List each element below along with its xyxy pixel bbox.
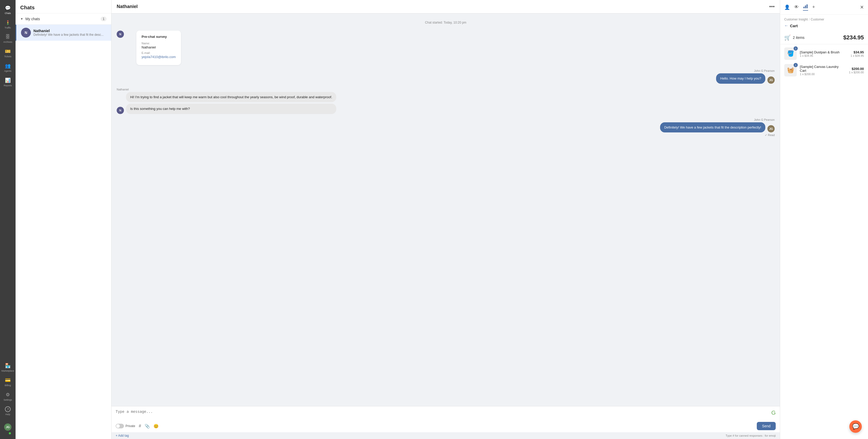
survey-title: Pre-chat survey (142, 35, 176, 39)
footer-hint: Type # for canned responses : for emoji (726, 434, 776, 437)
message-input[interactable] (116, 409, 769, 420)
sidebar-item-reports[interactable]: 📊 Reports (0, 75, 16, 89)
more-options-icon[interactable]: ••• (769, 4, 775, 9)
message-row: John G Pearson JG Hello. How may I help … (716, 69, 775, 84)
hashtag-icon[interactable]: # (139, 424, 141, 428)
sidebar-item-label: Traffic (5, 26, 11, 29)
cart-items-count: 2 items (793, 35, 804, 40)
price-main: $200.00 (849, 67, 864, 71)
reports-icon: 📊 (5, 77, 11, 83)
nathaniel-avatar: N (117, 31, 124, 38)
chat-list-item[interactable]: N Nathaniel Definitely! We have a few ja… (16, 25, 111, 41)
item-badge: 1 (794, 63, 798, 67)
sidebar-item-tickets[interactable]: 🎫 Tickets (0, 46, 16, 60)
cart-item-price: $34.95 1 x $34.95 (850, 50, 864, 57)
cart-item-qty: 1 x $34.95 (800, 54, 847, 57)
sidebar-item-settings[interactable]: ⚙ Settings (0, 389, 16, 404)
cart-item-info: [Sample] Canvas Laundry Cart 1 x $200.00 (800, 65, 846, 76)
message-bubble: Is this something you can help me with? (126, 104, 336, 114)
eye-icon[interactable]: 👁 (794, 4, 799, 10)
agents-icon: 👥 (5, 63, 11, 69)
cart-item-name: [Sample] Canvas Laundry Cart (800, 65, 846, 72)
cart-icon: 🛒 (784, 34, 791, 41)
svg-rect-0 (803, 7, 804, 8)
emoji-icon[interactable]: 😊 (153, 424, 159, 429)
sidebar-item-marketplace[interactable]: 🏪 Marketplace (0, 360, 16, 375)
bubbles-stack: Hi! I'm trying to find a jacket that wil… (126, 92, 336, 114)
sidebar-item-agents[interactable]: 👥 Agents (0, 60, 16, 75)
cart-item-price: $200.00 1 x $200.00 (849, 67, 864, 74)
chats-icon: 💬 (5, 5, 11, 11)
message-sender: Nathaniel (117, 88, 129, 91)
traffic-icon: 🚦 (5, 20, 11, 25)
sidebar-item-label: Help (5, 413, 10, 416)
sidebar-item-label: Archives (3, 41, 12, 43)
message-bubble: Hello. How may I help you? (716, 73, 765, 84)
private-label: Private (125, 424, 135, 428)
message-row: John G Pearson JG Definitely! We have a … (660, 118, 775, 137)
name-value: Nathaniel (142, 45, 176, 49)
add-tag-button[interactable]: + Add tag (116, 434, 129, 437)
panel-icons: 👤 👁 + (784, 4, 815, 11)
chat-main: Nathaniel ••• Chat started: Today, 10:20… (112, 0, 780, 439)
sidebar-item-billing[interactable]: 💳 Billing (0, 375, 16, 389)
tickets-icon: 🎫 (5, 49, 11, 54)
toggle-switch[interactable] (116, 424, 124, 428)
sidebar-item-chats[interactable]: 💬 Chats (0, 3, 16, 17)
message-sender-row: JG Definitely! We have a few jackets tha… (660, 122, 775, 133)
chat-preview: Definitely! We have a few jackets that f… (33, 33, 106, 36)
chat-list: N Nathaniel Definitely! We have a few ja… (16, 25, 111, 439)
chat-info: Nathaniel Definitely! We have a few jack… (33, 29, 106, 36)
right-panel-header: 👤 👁 + ✕ (780, 0, 868, 14)
price-sub: 1 x $200.00 (849, 71, 864, 74)
survey-email-field: E-mail: yejola7410@ibrilo.com (142, 51, 176, 59)
cart-item: 🧺 1 [Sample] Canvas Laundry Cart 1 x $20… (784, 64, 864, 76)
user-avatar-nav[interactable]: JG (0, 421, 16, 436)
avatar: JG (4, 424, 11, 431)
cart-left: 🛒 2 items (784, 34, 804, 41)
email-label: E-mail: (142, 51, 176, 55)
close-icon[interactable]: ✕ (860, 4, 864, 10)
cart-item-info: [Sample] Dustpan & Brush 1 x $34.95 (800, 50, 847, 57)
marketplace-icon: 🏪 (5, 363, 11, 369)
read-status: ✓ Read (765, 133, 775, 137)
message-bubble: Definitely! We have a few jackets that f… (660, 122, 765, 133)
my-chats-row[interactable]: ▼ My chats 1 (16, 13, 111, 25)
sidebar-item-help[interactable]: ? Help (0, 404, 16, 418)
attachment-icon[interactable]: 📎 (145, 424, 150, 429)
private-toggle[interactable]: Private (116, 424, 135, 428)
pre-chat-survey-row: N Pre-chat survey Name: Nathaniel E-mail… (117, 31, 775, 65)
floating-chat-button[interactable]: 💬 (849, 420, 862, 433)
archives-icon: 🗄 (5, 34, 10, 40)
cart-item-image: 🪣 1 (784, 48, 797, 60)
send-button[interactable]: Send (757, 422, 776, 430)
chat-input-area: G Private # 📎 😊 Send (112, 406, 780, 432)
chat-avatar: N (21, 28, 31, 38)
breadcrumb-part1: Customer Insight (784, 18, 808, 21)
sidebar-item-archives[interactable]: 🗄 Archives (0, 32, 16, 46)
agent-avatar: JG (767, 76, 775, 84)
message-sender-row: JG Hello. How may I help you? (716, 73, 775, 84)
grammarly-icon: G (771, 409, 776, 416)
chat-footer: + Add tag Type # for canned responses : … (112, 432, 780, 439)
cart-item-qty: 1 x $200.00 (800, 72, 846, 76)
help-icon: ? (5, 406, 11, 412)
my-chats-count: 1 (101, 17, 106, 21)
breadcrumb-part2: Customer (811, 18, 824, 21)
cart-item-image: 🧺 1 (784, 64, 797, 76)
chart-icon[interactable] (803, 4, 808, 11)
cart-label: Cart (790, 24, 798, 28)
sidebar-item-label: Billing (5, 384, 11, 387)
add-icon[interactable]: + (812, 4, 815, 10)
survey-name-field: Name: Nathaniel (142, 42, 176, 49)
billing-icon: 💳 (5, 377, 11, 383)
breadcrumb: Customer Insight / Customer (780, 14, 868, 21)
sidebar-item-label: Reports (4, 84, 12, 87)
svg-rect-1 (805, 5, 806, 8)
back-to-cart-button[interactable]: ← Cart (780, 21, 868, 31)
person-icon[interactable]: 👤 (784, 4, 790, 10)
pre-chat-survey: Pre-chat survey Name: Nathaniel E-mail: … (136, 31, 181, 65)
sidebar-item-traffic[interactable]: 🚦 Traffic (0, 17, 16, 32)
name-label: Name: (142, 42, 176, 45)
sidebar-item-label: Agents (4, 70, 11, 72)
